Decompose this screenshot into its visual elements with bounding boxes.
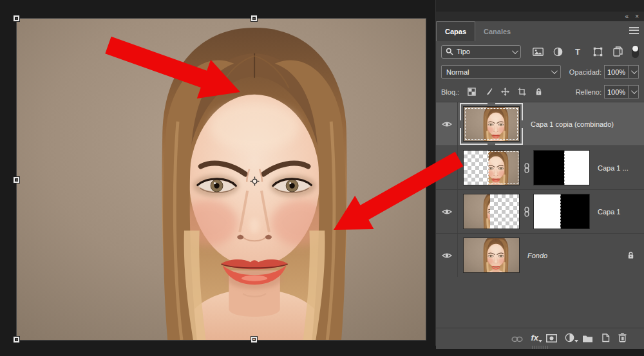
filter-type-layers-icon[interactable]: T [572,46,583,57]
panel-tabs: Capas Canales [436,21,644,41]
add-layer-mask-button[interactable] [546,332,557,342]
layer-thumbnail[interactable] [463,106,520,142]
transform-handle-bottom-middle[interactable] [251,337,257,342]
layer-row-capa1[interactable]: Capa 1 [436,189,644,233]
filter-kind-dropdown[interactable]: Tipo [441,45,521,59]
layer-row-fondo[interactable]: Fondo [436,233,644,277]
collapse-panel-icon[interactable]: « [625,14,629,20]
new-group-button[interactable] [582,332,593,342]
layer-thumbnail[interactable] [463,194,520,229]
mask-link-chain-icon[interactable] [520,163,533,173]
transparency-checkerboard [464,151,488,185]
layers-empty-space [436,277,644,328]
chevron-down-icon [512,48,518,54]
fill-dropdown-button[interactable] [629,85,639,98]
delete-layer-button[interactable] [618,332,627,342]
panel-top-gap [436,0,644,12]
visibility-eye-icon[interactable] [436,234,458,277]
visibility-eye-icon[interactable] [436,146,458,189]
lock-artboard-icon[interactable] [517,87,527,97]
lock-position-move-icon[interactable] [500,87,510,97]
filter-shape-layers-icon[interactable] [592,46,603,57]
layer-name: Capa 1 [598,208,620,216]
background-lock-icon [627,251,635,259]
new-adjustment-layer-button[interactable] [565,332,574,342]
transform-handle-left-middle[interactable] [14,177,19,183]
search-icon [446,48,453,55]
blend-mode-dropdown[interactable]: Normal [441,65,561,79]
layer-row-capa1-copia[interactable]: Capa 1 copia (combinado) [436,102,644,145]
link-layers-button[interactable] [511,332,523,342]
canvas-area [0,0,435,356]
lock-transparency-icon[interactable] [467,87,477,97]
visibility-eye-icon[interactable] [436,190,458,233]
lock-row: Bloq.: Relleno: 100% [436,82,644,102]
opacity-value-field[interactable]: 100% [604,65,629,79]
new-layer-button[interactable] [601,332,610,342]
layer-name: Fondo [527,252,547,259]
document-image[interactable] [17,19,426,340]
transform-reference-point[interactable] [250,176,260,186]
opacity-label: Opacidad: [569,68,601,76]
portrait-photo [17,19,426,340]
fx-flyout-arrow-icon [538,340,542,342]
layer-style-fx-button[interactable]: fx [531,332,538,342]
transform-handle-bottom-left[interactable] [14,337,19,342]
mask-divider-dashes [560,194,561,229]
fill-value-field[interactable]: 100% [604,85,629,98]
layer-name: Capa 1 ... [598,164,629,172]
filter-adjustment-layers-icon[interactable] [552,46,564,57]
layer-thumbnail[interactable] [463,238,520,273]
mask-divider-dashes [564,151,565,185]
panel-menu-icon[interactable] [629,27,639,34]
lock-all-icon[interactable] [534,87,544,97]
close-panel-icon[interactable]: × [635,14,639,20]
filter-smart-object-icon[interactable] [612,46,623,57]
selected-thumbnail-brackets [460,103,523,145]
lock-label: Bloq.: [441,88,459,96]
layers-list: Capa 1 copia (combinado) Capa 1 ... [436,102,644,328]
transform-handle-top-left[interactable] [14,15,19,21]
layer-filter-row: Tipo T [436,41,644,62]
layer-thumbnail[interactable] [463,150,520,185]
blend-mode-row: Normal Opacidad: 100% [436,62,644,82]
panel-bottom-edge [436,346,644,349]
visibility-eye-icon[interactable] [436,102,458,145]
fill-label: Relleno: [576,88,601,96]
toggle-knob [632,46,638,52]
layer-mask-thumbnail[interactable] [533,194,590,229]
filter-kind-value: Tipo [457,48,509,55]
blend-mode-value: Normal [446,68,551,76]
filter-on-off-toggle[interactable] [632,45,639,58]
filter-pixel-layers-icon[interactable] [532,46,544,57]
panel-resize-grip[interactable] [532,346,549,349]
transform-handle-top-middle[interactable] [251,15,257,21]
layer-row-capa1-copia-mask[interactable]: Capa 1 ... [436,145,644,189]
layer-name: Capa 1 copia (combinado) [531,120,614,128]
panel-title-bar: « × [436,12,644,21]
tab-canales[interactable]: Canales [475,21,519,41]
chevron-down-icon [551,68,558,74]
transparency-checkerboard [490,194,519,229]
layers-panel: « × Capas Canales Tipo T Normal Opacidad… [435,0,644,346]
tab-capas[interactable]: Capas [436,21,475,41]
adjustment-flyout-arrow-icon [574,340,578,342]
mask-link-chain-icon[interactable] [520,207,533,217]
panel-footer-toolbar: fx [436,328,644,346]
layer-mask-thumbnail[interactable] [533,150,590,185]
opacity-dropdown-button[interactable] [629,65,639,79]
lock-pixels-brush-icon[interactable] [484,87,493,97]
